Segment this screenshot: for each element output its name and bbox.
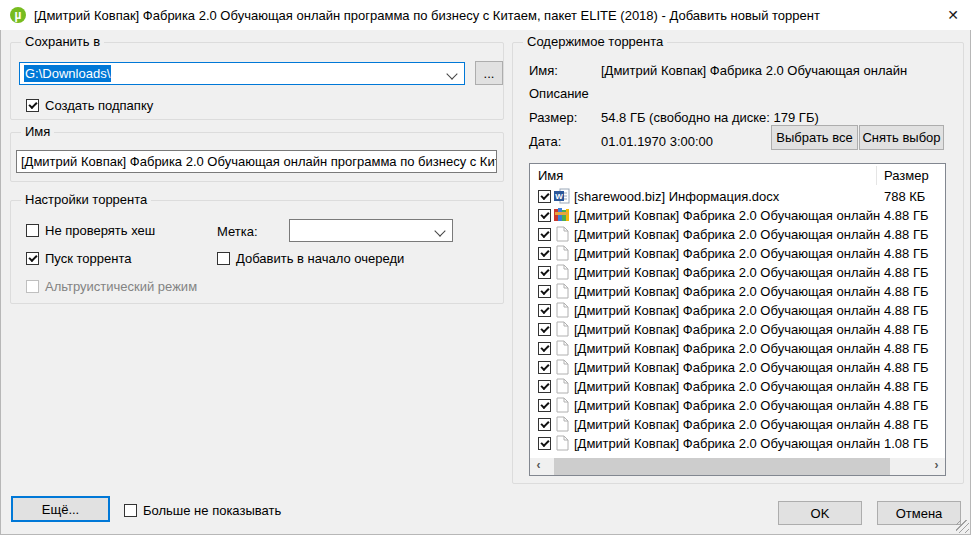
file-name: [Дмитрий Ковпак] Фабрика 2.0 Обучающая о… bbox=[574, 225, 880, 244]
scroll-right-icon[interactable]: › bbox=[928, 458, 945, 475]
file-checkbox[interactable] bbox=[538, 285, 551, 298]
browse-button[interactable]: ... bbox=[475, 61, 503, 85]
file-name: [Дмитрий Ковпак] Фабрика 2.0 Обучающая о… bbox=[574, 263, 880, 282]
file-row[interactable]: [Дмитрий Ковпак] Фабрика 2.0 Обучающая о… bbox=[530, 206, 945, 225]
file-checkbox[interactable] bbox=[538, 342, 551, 355]
file-size: 4.88 ГБ bbox=[884, 320, 928, 339]
resize-grip[interactable] bbox=[956, 520, 969, 533]
file-size: 4.88 ГБ bbox=[884, 301, 928, 320]
file-row[interactable]: [Дмитрий Ковпак] Фабрика 2.0 Обучающая о… bbox=[530, 358, 945, 377]
file-icon bbox=[554, 245, 570, 261]
file-checkbox[interactable] bbox=[538, 247, 551, 260]
file-size: 4.88 ГБ bbox=[884, 244, 928, 263]
file-row[interactable]: [Дмитрий Ковпак] Фабрика 2.0 Обучающая о… bbox=[530, 377, 945, 396]
file-icon bbox=[554, 283, 570, 299]
checkbox-box[interactable] bbox=[124, 504, 137, 517]
file-icon bbox=[554, 321, 570, 337]
file-size: 4.88 ГБ bbox=[884, 396, 928, 415]
file-row[interactable]: [Дмитрий Ковпак] Фабрика 2.0 Обучающая о… bbox=[530, 225, 945, 244]
file-list-header[interactable]: Имя Размер bbox=[530, 164, 945, 187]
file-checkbox[interactable] bbox=[538, 209, 551, 222]
checkbox-box[interactable] bbox=[26, 224, 39, 237]
select-all-button[interactable]: Выбрать все bbox=[771, 125, 858, 150]
scrollbar-thumb[interactable] bbox=[554, 458, 890, 475]
label-field-caption: Метка: bbox=[217, 224, 258, 239]
file-icon bbox=[554, 435, 570, 451]
file-row[interactable]: [Дмитрий Ковпак] Фабрика 2.0 Обучающая о… bbox=[530, 396, 945, 415]
ok-button[interactable]: OK bbox=[778, 501, 862, 525]
dont-show-checkbox[interactable]: Больше не показывать bbox=[124, 503, 281, 518]
window-title: [Дмитрий Ковпак] Фабрика 2.0 Обучающая о… bbox=[34, 8, 904, 23]
scroll-left-icon[interactable]: ‹ bbox=[530, 458, 547, 475]
file-name: [Дмитрий Ковпак] Фабрика 2.0 Обучающая о… bbox=[574, 396, 880, 415]
close-icon[interactable]: ✕ bbox=[943, 6, 963, 24]
add-torrent-dialog: µ [Дмитрий Ковпак] Фабрика 2.0 Обучающая… bbox=[0, 0, 971, 535]
add-top-queue-checkbox[interactable]: Добавить в начало очереди bbox=[217, 251, 404, 266]
file-checkbox[interactable] bbox=[538, 228, 551, 241]
file-icon bbox=[554, 340, 570, 356]
start-torrent-checkbox[interactable]: Пуск торрента bbox=[26, 251, 131, 266]
file-name: [Дмитрий Ковпак] Фабрика 2.0 Обучающая о… bbox=[574, 377, 880, 396]
more-button[interactable]: Ещё... bbox=[11, 496, 110, 522]
file-row[interactable]: [Дмитрий Ковпак] Фабрика 2.0 Обучающая о… bbox=[530, 415, 945, 434]
file-row[interactable]: [Дмитрий Ковпак] Фабрика 2.0 Обучающая о… bbox=[530, 244, 945, 263]
word-doc-icon: W bbox=[554, 188, 570, 204]
file-checkbox[interactable] bbox=[538, 323, 551, 336]
file-checkbox[interactable] bbox=[538, 304, 551, 317]
checkbox-box[interactable] bbox=[26, 252, 39, 265]
chevron-down-icon[interactable] bbox=[446, 68, 457, 79]
contents-name-label: Имя: bbox=[529, 63, 558, 78]
cancel-button-label: Отмена bbox=[896, 506, 943, 521]
torrent-name-value: [Дмитрий Ковпак] Фабрика 2.0 Обучающая о… bbox=[21, 154, 497, 169]
file-checkbox[interactable] bbox=[538, 190, 551, 203]
horizontal-scrollbar[interactable]: ‹ › bbox=[530, 458, 945, 475]
skip-hash-label: Не проверять хеш bbox=[45, 223, 155, 238]
torrent-name-input[interactable]: [Дмитрий Ковпак] Фабрика 2.0 Обучающая о… bbox=[16, 150, 497, 173]
checkbox-box[interactable] bbox=[217, 252, 230, 265]
column-separator[interactable] bbox=[876, 166, 877, 185]
file-row[interactable]: [Дмитрий Ковпак] Фабрика 2.0 Обучающая о… bbox=[530, 263, 945, 282]
file-name: [Дмитрий Ковпак] Фабрика 2.0 Обучающая о… bbox=[574, 206, 880, 225]
deselect-button[interactable]: Снять выбор bbox=[859, 125, 944, 150]
start-torrent-label: Пуск торрента bbox=[45, 251, 131, 266]
checkbox-box[interactable] bbox=[26, 99, 39, 112]
file-checkbox[interactable] bbox=[538, 418, 551, 431]
column-header-name[interactable]: Имя bbox=[538, 168, 563, 183]
column-header-size[interactable]: Размер bbox=[884, 168, 929, 183]
name-group: Имя [Дмитрий Ковпак] Фабрика 2.0 Обучающ… bbox=[10, 132, 504, 182]
file-checkbox[interactable] bbox=[538, 380, 551, 393]
save-path-combobox[interactable]: G:\Downloads\ bbox=[19, 62, 465, 85]
ok-button-label: OK bbox=[811, 506, 830, 521]
add-top-queue-label: Добавить в начало очереди bbox=[236, 251, 404, 266]
create-subfolder-checkbox[interactable]: Создать подпапку bbox=[26, 98, 153, 113]
label-combobox[interactable] bbox=[289, 219, 453, 242]
file-icon bbox=[554, 397, 570, 413]
name-group-label: Имя bbox=[21, 124, 54, 139]
file-icon bbox=[554, 302, 570, 318]
cancel-button[interactable]: Отмена bbox=[877, 501, 961, 525]
file-size: 4.88 ГБ bbox=[884, 282, 928, 301]
file-row[interactable]: [Дмитрий Ковпак] Фабрика 2.0 Обучающая о… bbox=[530, 301, 945, 320]
file-size: 4.88 ГБ bbox=[884, 206, 928, 225]
contents-date-value: 01.01.1970 3:00:00 bbox=[601, 134, 713, 149]
file-checkbox[interactable] bbox=[538, 266, 551, 279]
file-row[interactable]: [Дмитрий Ковпак] Фабрика 2.0 Обучающая о… bbox=[530, 282, 945, 301]
chevron-down-icon[interactable] bbox=[434, 225, 445, 236]
file-row[interactable]: [Дмитрий Ковпак] Фабрика 2.0 Обучающая о… bbox=[530, 434, 945, 453]
file-row[interactable]: W[sharewood.biz] Информация.docx788 КБ bbox=[530, 187, 945, 206]
contents-name-value: [Дмитрий Ковпак] Фабрика 2.0 Обучающая о… bbox=[601, 63, 951, 78]
contents-date-label: Дата: bbox=[529, 134, 561, 149]
file-checkbox[interactable] bbox=[538, 399, 551, 412]
file-checkbox[interactable] bbox=[538, 361, 551, 374]
file-row[interactable]: [Дмитрий Ковпак] Фабрика 2.0 Обучающая о… bbox=[530, 320, 945, 339]
file-row[interactable]: [Дмитрий Ковпак] Фабрика 2.0 Обучающая о… bbox=[530, 339, 945, 358]
file-name: [sharewood.biz] Информация.docx bbox=[574, 187, 880, 206]
file-name: [Дмитрий Ковпак] Фабрика 2.0 Обучающая о… bbox=[574, 282, 880, 301]
file-size: 4.88 ГБ bbox=[884, 339, 928, 358]
create-subfolder-label: Создать подпапку bbox=[45, 98, 153, 113]
file-checkbox[interactable] bbox=[538, 437, 551, 450]
file-list[interactable]: Имя Размер W[sharewood.biz] Информация.d… bbox=[529, 163, 946, 476]
contents-size-value: 54.8 ГБ (свободно на диске: 179 ГБ) bbox=[601, 110, 819, 125]
skip-hash-checkbox[interactable]: Не проверять хеш bbox=[26, 223, 155, 238]
archive-icon bbox=[554, 207, 570, 223]
